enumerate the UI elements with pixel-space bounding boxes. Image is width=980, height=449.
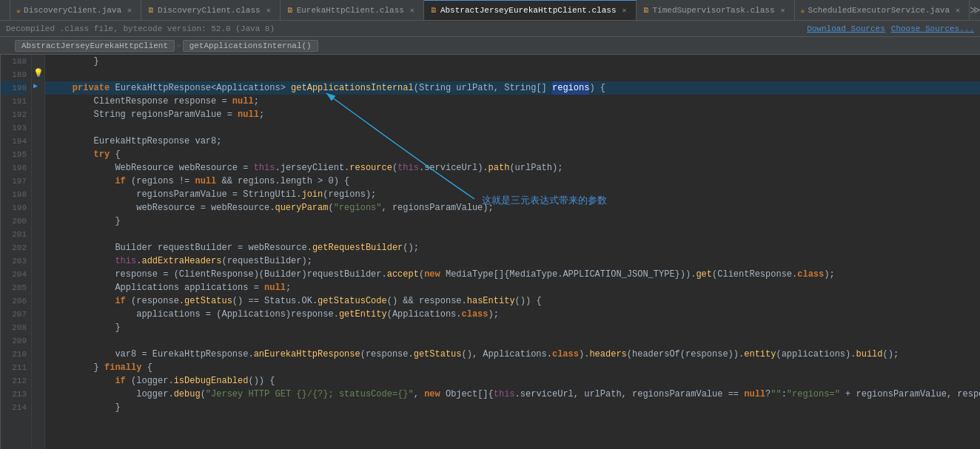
tab-label: DiscoveryClient.java — [24, 6, 121, 15]
code-line-199: webResource = webResource.queryParam("re… — [45, 201, 980, 215]
breadcrumb-method[interactable]: getApplicationsInternal() — [183, 40, 318, 52]
breadcrumb-bar: AbstractJerseyEurekaHttpClient › getAppl… — [0, 37, 980, 55]
code-line-189 — [45, 68, 980, 81]
tab-bar: ☕ DiscoveryClient.java ✕ 🗎 DiscoveryClie… — [0, 0, 980, 21]
code-line-212: if (logger.isDebugEnabled()) { — [45, 374, 980, 388]
code-line-207: applications = (Applications)response.ge… — [45, 308, 980, 321]
tab-label: EurekaHttpClient.class — [297, 6, 404, 15]
code-line-190: private EurekaHttpResponse<Applications>… — [45, 81, 980, 95]
top-toolbar: Decompiled .class file, bytecode version… — [0, 21, 980, 37]
class-file-icon: 🗎 — [147, 6, 155, 15]
close-tab-btn[interactable]: ✕ — [953, 5, 963, 16]
code-line-191: ClientResponse response = null; — [45, 95, 980, 108]
code-content[interactable]: } private EurekaHttpResponse<Application… — [45, 55, 980, 449]
code-line-193 — [45, 121, 980, 135]
ide-window: ☕ DiscoveryClient.java ✕ 🗎 DiscoveryClie… — [0, 0, 980, 449]
code-line-198: regionsParamValue = StringUtil.join(regi… — [45, 188, 980, 201]
toolbar-actions: Download Sources Choose Sources... — [807, 24, 974, 33]
close-tab-btn[interactable]: ✕ — [778, 5, 788, 16]
lightbulb-icon[interactable]: 💡 — [33, 68, 44, 78]
tab-discovery-client-java[interactable]: ☕ DiscoveryClient.java ✕ — [10, 0, 141, 20]
code-line-211: } finally { — [45, 361, 980, 374]
decompiled-info: Decompiled .class file, bytecode version… — [6, 24, 275, 33]
class-file-icon: 🗎 — [430, 6, 437, 15]
close-tab-btn[interactable]: ✕ — [620, 5, 630, 16]
close-tab-btn[interactable]: ✕ — [407, 5, 417, 16]
code-line-195: try { — [45, 148, 980, 161]
tab-timed-supervisor[interactable]: 🗎 TimedSupervisorTask.class ✕ — [637, 0, 795, 20]
breadcrumb-separator: › — [176, 41, 181, 50]
code-line-214: } — [45, 401, 980, 414]
choose-sources-link[interactable]: Choose Sources... — [891, 24, 974, 33]
java-file-icon: ☕ — [801, 6, 805, 15]
code-line-210: var8 = EurekaHttpResponse.anEurekaHttpRe… — [45, 348, 980, 361]
close-tab-btn[interactable]: ✕ — [264, 5, 274, 16]
code-line-202: Builder requestBuilder = webResource.get… — [45, 241, 980, 254]
code-line-209 — [45, 334, 980, 348]
tab-label: ScheduledExecutorService.java — [808, 6, 950, 15]
class-file-icon: 🗎 — [286, 6, 294, 15]
code-line-213: logger.debug("Jersey HTTP GET {}/{?}; st… — [45, 388, 980, 401]
code-line-194: EurekaHttpResponse var8; — [45, 135, 980, 148]
tab-scheduled-executor[interactable]: ☕ ScheduledExecutorService.java ✕ — [795, 0, 970, 20]
class-file-icon: 🗎 — [642, 6, 650, 15]
tab-abstract-jersey[interactable]: 🗎 AbstractJerseyEurekaHttpClient.class ✕ — [424, 0, 637, 20]
download-sources-link[interactable]: Download Sources — [807, 24, 885, 33]
code-line-208: } — [45, 321, 980, 334]
breadcrumb-class[interactable]: AbstractJerseyEurekaHttpClient — [15, 40, 175, 52]
close-tab-btn[interactable]: ✕ — [124, 5, 135, 16]
java-file-icon: ☕ — [16, 6, 21, 15]
code-line-201 — [45, 228, 980, 241]
code-line-203: this.addExtraHeaders(requestBuilder); — [45, 254, 980, 268]
code-line-205: Applications applications = null; — [45, 281, 980, 294]
code-line-192: String regionsParamValue = null; — [45, 108, 980, 121]
tab-label: DiscoveryClient.class — [158, 6, 261, 15]
line-numbers-gutter: 188 189 190 191 192 193 194 195 196 197 … — [1, 55, 32, 449]
code-line-200: } — [45, 215, 980, 228]
line-indicator: ▶ — [33, 81, 38, 90]
tab-label: AbstractJerseyEurekaHttpClient.class — [440, 6, 617, 15]
tab-overflow-btn[interactable]: ≫ — [970, 4, 980, 16]
code-line-188: } — [45, 55, 980, 68]
code-line-197: if (regions != null && regions.length > … — [45, 175, 980, 188]
code-line-204: response = (ClientResponse)(Builder)requ… — [45, 268, 980, 281]
annotation-gutter: 💡 ▶ — [32, 55, 45, 449]
code-line-206: if (response.getStatus() == Status.OK.ge… — [45, 294, 980, 308]
tab-discovery-client-class[interactable]: 🗎 DiscoveryClient.class ✕ — [141, 0, 281, 20]
tab-eureka-http-client[interactable]: 🗎 EurekaHttpClient.class ✕ — [281, 0, 424, 20]
tab-label: TimedSupervisorTask.class — [653, 6, 775, 15]
code-line-196: WebResource webResource = this.jerseyCli… — [45, 161, 980, 175]
editor-area: Structure 188 189 190 191 192 193 194 19… — [0, 55, 980, 449]
